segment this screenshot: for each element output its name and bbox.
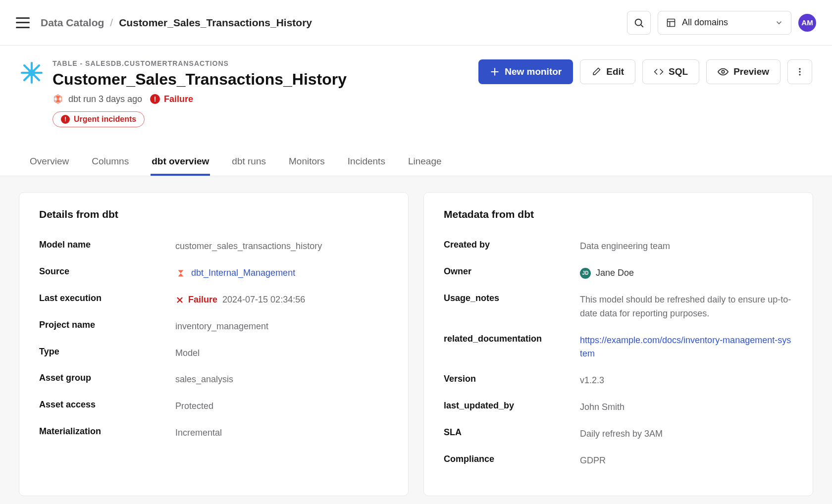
row-owner: Owner JD Jane Doe <box>444 260 793 287</box>
row-compliance: Compliance GDPR <box>444 448 793 474</box>
model-name-value: customer_sales_transactions_history <box>175 240 388 253</box>
compliance-label: Compliance <box>444 454 580 468</box>
asset-access-value: Protected <box>175 400 388 413</box>
domain-icon <box>666 18 676 28</box>
urgent-incidents-label: Urgent incidents <box>74 115 136 124</box>
table-meta-label: TABLE - SALESDB.CUSTOMERTRANSACTIONS <box>52 59 347 67</box>
owner-avatar: JD <box>580 268 591 279</box>
owner-name: Jane Doe <box>596 266 634 280</box>
failure-badge: ! Failure <box>150 94 193 104</box>
last-exec-value: Failure 2024-07-15 02:34:56 <box>175 293 388 307</box>
page-header-left: TABLE - SALESDB.CUSTOMERTRANSACTIONS Cus… <box>20 59 347 127</box>
tabs: Overview Columns dbt overview dbt runs M… <box>0 151 832 176</box>
version-label: Version <box>444 374 580 388</box>
last-exec-label: Last execution <box>39 293 175 307</box>
metadata-card: Metadata from dbt Created by Data engine… <box>423 192 813 496</box>
row-asset-access: Asset access Protected <box>39 393 388 420</box>
breadcrumb-current: Customer_Sales_Transactions_History <box>119 17 312 29</box>
search-button[interactable] <box>627 11 651 35</box>
row-last-exec: Last execution Failure 2024-07-15 02:34:… <box>39 287 388 313</box>
new-monitor-button[interactable]: New monitor <box>478 59 573 84</box>
chevron-down-icon <box>775 19 783 27</box>
tab-dbt-overview[interactable]: dbt overview <box>151 151 210 176</box>
page-header: TABLE - SALESDB.CUSTOMERTRANSACTIONS Cus… <box>0 46 832 133</box>
row-model-name: Model name customer_sales_transactions_h… <box>39 233 388 260</box>
asset-group-value: sales_analysis <box>175 373 388 387</box>
topbar-right: All domains AM <box>627 11 816 35</box>
tab-incidents[interactable]: Incidents <box>347 151 386 176</box>
page-title: Customer_Sales_Transactions_History <box>52 70 347 89</box>
related-doc-value[interactable]: https://example.com/docs/inventory-manag… <box>580 334 793 361</box>
svg-point-12 <box>722 70 725 73</box>
svg-rect-2 <box>668 19 675 26</box>
urgent-incidents-pill[interactable]: ! Urgent incidents <box>52 111 145 127</box>
last-exec-status: Failure <box>188 293 217 307</box>
usage-notes-label: Usage_notes <box>444 293 580 321</box>
asset-group-label: Asset group <box>39 373 175 387</box>
search-icon <box>633 17 644 28</box>
tab-dbt-runs[interactable]: dbt runs <box>231 151 267 176</box>
row-version: Version v1.2.3 <box>444 367 793 394</box>
type-label: Type <box>39 347 175 360</box>
snowflake-icon <box>20 61 44 85</box>
tab-lineage[interactable]: Lineage <box>407 151 443 176</box>
more-actions-button[interactable] <box>787 59 812 84</box>
sql-button[interactable]: SQL <box>642 59 699 84</box>
usage-notes-value: This model should be refreshed daily to … <box>580 293 793 321</box>
svg-point-13 <box>799 68 800 70</box>
page-header-actions: New monitor Edit SQL Preview <box>478 59 812 84</box>
more-vertical-icon <box>795 67 805 77</box>
tab-monitors[interactable]: Monitors <box>288 151 326 176</box>
failure-icon: ! <box>150 94 160 104</box>
dbt-icon <box>52 94 63 104</box>
avatar[interactable]: AM <box>798 14 816 32</box>
tab-columns[interactable]: Columns <box>91 151 130 176</box>
code-icon <box>654 67 664 77</box>
breadcrumb-sep: / <box>110 17 113 29</box>
x-icon <box>175 296 184 304</box>
topbar-left: Data Catalog / Customer_Sales_Transactio… <box>16 17 312 29</box>
edit-label: Edit <box>606 66 624 77</box>
row-last-updated-by: last_updated_by John Smith <box>444 394 793 421</box>
materialization-value: Incremental <box>175 426 388 440</box>
preview-label: Preview <box>733 66 769 77</box>
breadcrumb-root[interactable]: Data Catalog <box>41 17 104 29</box>
edit-button[interactable]: Edit <box>580 59 635 84</box>
last-run-label: dbt run 3 days ago <box>68 94 142 104</box>
type-value: Model <box>175 347 388 360</box>
plus-icon <box>490 67 500 77</box>
sla-value: Daily refresh by 3AM <box>580 427 793 441</box>
row-asset-group: Asset group sales_analysis <box>39 366 388 393</box>
last-run-line: dbt run 3 days ago ! Failure <box>52 94 347 104</box>
tab-overview[interactable]: Overview <box>29 151 70 176</box>
created-by-label: Created by <box>444 240 580 253</box>
related-doc-label: related_documentation <box>444 334 580 361</box>
sql-label: SQL <box>669 66 688 77</box>
last-exec-time: 2024-07-15 02:34:56 <box>222 293 305 307</box>
details-heading: Details from dbt <box>39 208 388 220</box>
project-value: inventory_management <box>175 320 388 334</box>
preview-button[interactable]: Preview <box>706 59 780 84</box>
svg-point-14 <box>799 71 800 72</box>
source-value[interactable]: dbt_Internal_Management <box>175 266 388 280</box>
failure-label: Failure <box>164 94 193 104</box>
metadata-heading: Metadata from dbt <box>444 208 793 220</box>
pencil-icon <box>591 67 601 77</box>
source-label: Source <box>39 266 175 280</box>
row-project: Project name inventory_management <box>39 313 388 340</box>
svg-point-9 <box>29 70 34 75</box>
status-failure: Failure <box>175 293 217 307</box>
source-text: dbt_Internal_Management <box>191 266 295 280</box>
row-source: Source dbt_Internal_Management <box>39 260 388 287</box>
row-sla: SLA Daily refresh by 3AM <box>444 421 793 448</box>
menu-icon[interactable] <box>16 17 30 28</box>
breadcrumb: Data Catalog / Customer_Sales_Transactio… <box>41 17 312 29</box>
domain-select-label: All domains <box>682 17 728 28</box>
domain-select[interactable]: All domains <box>658 11 791 35</box>
row-type: Type Model <box>39 340 388 367</box>
row-materialization: Materialization Incremental <box>39 420 388 447</box>
created-by-value: Data engineering team <box>580 240 793 253</box>
last-updated-by-value: John Smith <box>580 401 793 414</box>
materialization-label: Materialization <box>39 426 175 440</box>
project-label: Project name <box>39 320 175 334</box>
